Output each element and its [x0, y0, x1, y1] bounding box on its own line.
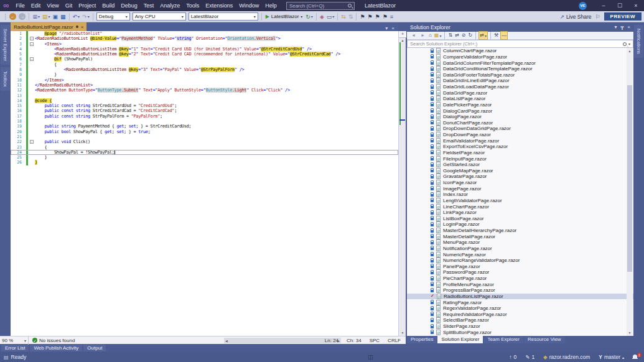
file-row[interactable]: @DataListPage.razor: [407, 96, 633, 102]
switch-views-icon[interactable]: ▦▾: [434, 31, 442, 40]
solution-explorer-header[interactable]: Solution Explorer ▾┳×: [407, 22, 633, 32]
menu-file[interactable]: File: [12, 0, 28, 11]
file-row[interactable]: @RequiredValidatorPage.razor: [407, 312, 633, 318]
startup-project-dropdown[interactable]: LatestBlazor▾: [189, 12, 258, 21]
branch-button[interactable]: Y master ▴: [599, 354, 624, 360]
file-row[interactable]: @DonutChartPage.razor: [407, 120, 633, 126]
file-row[interactable]: @DropDownPage.razor: [407, 132, 633, 138]
file-row[interactable]: @FieldsetPage.razor: [407, 150, 633, 156]
preview-button[interactable]: PREVIEW: [604, 12, 642, 21]
redo-icon[interactable]: ↷▾: [82, 12, 90, 21]
menu-project[interactable]: Project: [75, 0, 99, 11]
menu-build[interactable]: Build: [99, 0, 118, 11]
code-line[interactable]: 18: [11, 119, 398, 124]
code-line[interactable]: 17 public const string StrPayPalForm = "…: [11, 114, 398, 119]
home-icon[interactable]: ⌂: [428, 31, 432, 40]
code-line[interactable]: 10 </Items>: [11, 78, 398, 83]
file-row[interactable]: @PanelPage.razor: [407, 264, 633, 270]
file-row[interactable]: @LinkPage.razor: [407, 210, 633, 216]
panel-tab-team-explorer[interactable]: Team Explorer: [483, 336, 523, 343]
feedback-icon[interactable]: ⚐: [595, 14, 600, 20]
code-line[interactable]: 19 public string PaymentMethod { get; se…: [11, 124, 398, 129]
code-line[interactable]: 13: [11, 93, 398, 98]
new-file-icon[interactable]: ⊞▾: [32, 12, 40, 21]
scroll-left-icon[interactable]: ◀: [225, 339, 228, 343]
menu-edit[interactable]: Edit: [28, 0, 44, 11]
collapse-all-icon[interactable]: ⇅: [447, 31, 453, 40]
bookmark-icon[interactable]: ⚑: [359, 12, 365, 21]
navigate-backward-icon[interactable]: ←: [9, 12, 17, 21]
undo-icon[interactable]: ↶▾: [72, 12, 81, 21]
solution-platform-dropdown[interactable]: Any CPU▾: [133, 12, 186, 21]
pin-icon[interactable]: ┳: [621, 24, 624, 30]
file-row[interactable]: @DataGridLoadDataPage.razor: [407, 84, 633, 90]
code-line[interactable]: 8 <RadzenRadioButtonListItem @key="3" Te…: [11, 67, 398, 72]
code-line[interactable]: 16 public const string StrCreditCardCad …: [11, 108, 398, 113]
code-line[interactable]: 2–<RadzenRadioButtonList @bind-Value="Pa…: [11, 36, 398, 41]
code-editor[interactable]: 1 @page "/radiobuttonlist"2–<RadzenRadio…: [11, 31, 398, 336]
file-row[interactable]: @RegexValidatorPage.razor: [407, 305, 633, 312]
solution-explorer-search-box[interactable]: Search Solution Explorer (Ctrl+;) ▾: [407, 40, 633, 48]
open-file-icon[interactable]: ▤▾: [42, 12, 51, 21]
scroll-up-icon[interactable]: ▲: [627, 49, 633, 53]
code-line[interactable]: 12<RadzenButton ButtonType="ButtonType.S…: [11, 88, 398, 93]
fold-collapse-icon[interactable]: –: [28, 57, 35, 62]
file-row[interactable]: @ColumnChartPage.razor: [407, 48, 633, 54]
code-line[interactable]: 11</RadzenRadioButtonList>: [11, 83, 398, 88]
minimize-button[interactable]: –: [595, 0, 612, 11]
fold-collapse-icon[interactable]: –: [28, 42, 35, 47]
file-row[interactable]: @ExportToExcelCsvPage.razor: [407, 144, 633, 150]
file-row[interactable]: @MenuPage.razor: [407, 239, 633, 246]
file-row[interactable]: @PieChartPage.razor: [407, 276, 633, 282]
file-row[interactable]: @SplitButtonPage.razor: [407, 329, 633, 335]
menu-tools[interactable]: Tools: [183, 0, 202, 11]
preview-selected-items-icon[interactable]: —: [500, 31, 508, 40]
file-row[interactable]: @FileInputPage.razor: [407, 155, 633, 162]
file-row[interactable]: @ListBoxPage.razor: [407, 216, 633, 222]
file-row[interactable]: @LineChartPage.razor: [407, 203, 633, 210]
file-row[interactable]: @CompareValidatorPage.razor: [407, 54, 633, 60]
panel-tab-properties[interactable]: Properties: [407, 336, 437, 343]
file-row[interactable]: @DataGridConditionalTemplatePage.razor: [407, 66, 633, 72]
tree-vertical-scrollbar[interactable]: ▲ ▼: [627, 48, 633, 336]
file-row[interactable]: @RatingPage.razor: [407, 299, 633, 305]
document-list-chevron-icon[interactable]: ▾: [385, 26, 388, 31]
split-window-handle[interactable]: +: [399, 31, 406, 38]
scroll-down-icon[interactable]: ▼: [627, 331, 633, 335]
pending-changes-filter-icon[interactable]: ⇄: [454, 31, 460, 40]
solution-explorer-tree[interactable]: @ColumnChartPage.razor@CompareValidatorP…: [407, 48, 633, 336]
code-line[interactable]: 6– @if (ShowPayPal): [11, 57, 398, 62]
class-view-icon[interactable]: ⇅: [348, 12, 354, 21]
se-back-icon[interactable]: ◂: [409, 31, 418, 40]
panel-tab-solution-explorer[interactable]: Solution Explorer: [437, 336, 483, 343]
file-row[interactable]: @NumericRangeValidatorPage.razor: [407, 258, 633, 264]
maximize-button[interactable]: ☐: [612, 0, 628, 11]
toolbar-overflow-icon[interactable]: ≡: [390, 12, 394, 21]
document-well-close-icon[interactable]: ×: [391, 26, 394, 31]
output-tab-error-list[interactable]: Error List: [1, 345, 29, 351]
menu-help[interactable]: Help: [262, 0, 280, 11]
next-bookmark-icon[interactable]: ⚑: [375, 12, 381, 21]
code-line[interactable]: 25 }: [11, 155, 398, 160]
file-row[interactable]: @SelectBarPage.razor: [407, 317, 633, 323]
navigate-symbols-icon[interactable]: ⇆: [340, 12, 347, 21]
file-row[interactable]: @DataGridInLineEditPage.razor: [407, 78, 633, 84]
tab-close-icon[interactable]: ×: [81, 24, 84, 30]
close-button[interactable]: ×: [628, 0, 644, 11]
close-icon[interactable]: ×: [627, 24, 630, 30]
file-row[interactable]: @LengthValidatorPage.razor: [407, 198, 633, 204]
output-tab-output[interactable]: Output: [83, 345, 106, 351]
outgoing-commits-button[interactable]: ↑ 0: [509, 354, 516, 360]
file-row[interactable]: @DatePickerPage.razor: [407, 102, 633, 108]
navigate-forward-icon[interactable]: →: [18, 12, 26, 21]
code-line[interactable]: 23 {: [11, 145, 398, 150]
file-row[interactable]: @MasterDetailHierarchyPage.razor: [407, 228, 633, 234]
file-row[interactable]: @IconPage.razor: [407, 180, 633, 186]
show-all-files-icon[interactable]: ⊘: [461, 31, 467, 40]
code-line[interactable]: 26}: [11, 160, 398, 165]
editor-vertical-scrollbar[interactable]: + ▲ ▼: [398, 31, 406, 336]
refresh-icon[interactable]: ↻: [468, 31, 474, 40]
menu-window[interactable]: Window: [236, 0, 262, 11]
se-forward-icon[interactable]: ▸: [419, 31, 427, 40]
file-row[interactable]: @MasterDetailPage.razor: [407, 233, 633, 239]
